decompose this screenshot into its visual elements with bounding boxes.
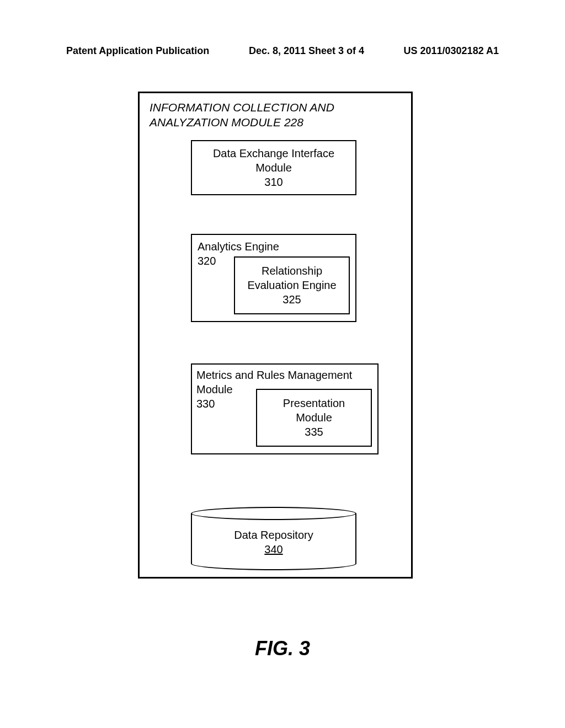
header-publication: Patent Application Publication (66, 45, 209, 57)
page-header: Patent Application Publication Dec. 8, 2… (0, 45, 565, 57)
presentation-line2: Module (296, 410, 332, 425)
relationship-number: 325 (282, 292, 301, 307)
main-module-box: INFORMATION COLLECTION AND ANALYZATION M… (138, 92, 413, 579)
data-repository-cylinder: Data Repository 340 (191, 507, 356, 570)
cylinder-top (191, 507, 356, 520)
header-patent-number: US 2011/0302182 A1 (404, 45, 499, 57)
repository-number: 340 (191, 542, 356, 556)
presentation-number: 335 (305, 425, 323, 439)
repository-label: Data Repository (191, 528, 356, 542)
analytics-engine-box: Analytics Engine 320 Relationship Evalua… (191, 234, 356, 322)
relationship-evaluation-box: Relationship Evaluation Engine 325 (234, 256, 350, 314)
metrics-rules-box: Metrics and Rules Management Module 330 … (191, 363, 379, 454)
data-exchange-line2: Module (255, 160, 292, 175)
figure-label: FIG. 3 (0, 637, 565, 660)
relationship-line1: Relationship (262, 264, 322, 278)
cylinder-text: Data Repository 340 (191, 528, 356, 556)
header-date-sheet: Dec. 8, 2011 Sheet 3 of 4 (249, 45, 364, 57)
cylinder-bottom (191, 557, 356, 570)
data-exchange-number: 310 (264, 175, 282, 189)
data-exchange-line1: Data Exchange Interface (213, 146, 334, 160)
data-exchange-box: Data Exchange Interface Module 310 (191, 140, 356, 195)
module-title: INFORMATION COLLECTION AND ANALYZATION M… (150, 100, 401, 130)
presentation-module-box: Presentation Module 335 (256, 389, 372, 447)
presentation-line1: Presentation (283, 396, 345, 410)
relationship-line2: Evaluation Engine (247, 278, 336, 292)
